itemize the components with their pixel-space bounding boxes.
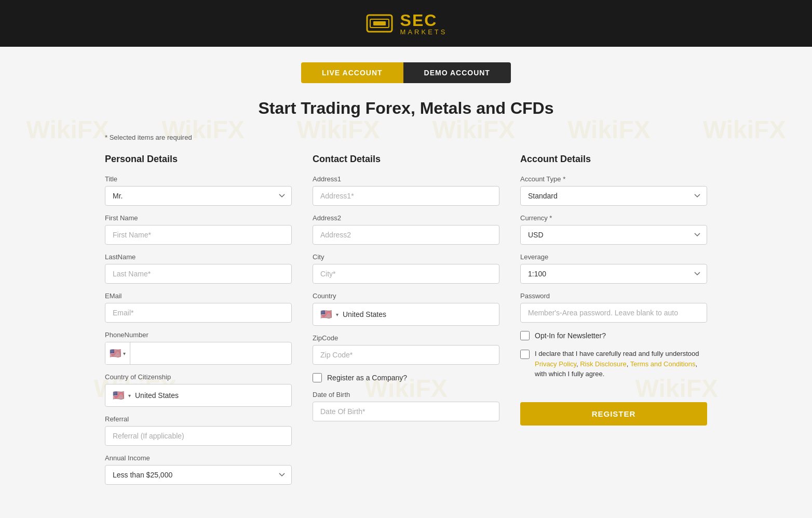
address1-label: Address1 [313, 175, 499, 183]
terms-link[interactable]: Terms and Conditions [630, 360, 696, 368]
annual-income-group: Annual Income Less than $25,000 $25,000 … [105, 454, 292, 485]
annual-income-label: Annual Income [105, 454, 292, 462]
logo-icon [365, 11, 394, 36]
address2-input[interactable] [313, 225, 499, 245]
title-group: Title Mr. Mrs. Ms. Dr. [105, 175, 292, 206]
newsletter-checkbox[interactable] [520, 331, 530, 340]
citizenship-label: Country of Citizenship [105, 373, 292, 381]
dob-group: Date of Birth [313, 391, 499, 421]
phone-group: PhoneNumber 🇺🇸 ▾ [105, 331, 292, 365]
register-company-checkbox[interactable] [313, 373, 322, 382]
email-group: EMail [105, 292, 292, 323]
declare-row: I declare that I have carefully read and… [520, 349, 707, 390]
account-type-label: Account Type * [520, 175, 707, 183]
live-account-tab[interactable]: LIVE ACCOUNT [301, 62, 403, 83]
phone-input-wrap: 🇺🇸 ▾ [105, 342, 292, 365]
title-label: Title [105, 175, 292, 183]
referral-input[interactable] [105, 426, 292, 446]
leverage-label: Leverage [520, 253, 707, 261]
phone-number-input[interactable] [130, 344, 291, 363]
email-input[interactable] [105, 303, 292, 323]
password-group: Password [520, 292, 707, 323]
account-details-section: Account Details Account Type * Standard … [520, 154, 707, 426]
country-label: Country [313, 292, 499, 300]
first-name-label: First Name [105, 214, 292, 222]
dob-label: Date of Birth [313, 391, 499, 399]
account-type-select[interactable]: Standard ECN VIP [520, 186, 707, 206]
city-input[interactable] [313, 264, 499, 284]
contact-details-section: Contact Details Address1 Address2 City C… [313, 154, 499, 430]
password-label: Password [520, 292, 707, 300]
last-name-input[interactable] [105, 264, 292, 284]
country-dropdown-arrow: ▾ [336, 312, 339, 317]
contact-details-title: Contact Details [313, 154, 499, 165]
phone-flag-arrow: ▾ [123, 351, 126, 356]
phone-flag-emoji: 🇺🇸 [110, 348, 121, 359]
register-company-row: Register as a Company? [313, 373, 499, 382]
logo-sec-text: SEC [400, 12, 448, 29]
personal-details-section: Personal Details Title Mr. Mrs. Ms. Dr. … [105, 154, 292, 493]
title-select[interactable]: Mr. Mrs. Ms. Dr. [105, 186, 292, 206]
declare-checkbox[interactable] [520, 350, 530, 359]
account-details-title: Account Details [520, 154, 707, 165]
citizenship-group: Country of Citizenship 🇺🇸 ▾ United State… [105, 373, 292, 407]
leverage-group: Leverage 1:50 1:100 1:200 1:500 [520, 253, 707, 284]
address1-group: Address1 [313, 175, 499, 206]
currency-group: Currency * USD EUR GBP [520, 214, 707, 245]
address1-input[interactable] [313, 186, 499, 206]
demo-account-tab[interactable]: DEMO ACCOUNT [403, 62, 511, 83]
annual-income-select[interactable]: Less than $25,000 $25,000 - $50,000 $50,… [105, 465, 292, 485]
logo: SEC MARKETS [365, 11, 448, 36]
personal-details-title: Personal Details [105, 154, 292, 165]
citizenship-dropdown-arrow: ▾ [128, 393, 131, 399]
tab-switcher: LIVE ACCOUNT DEMO ACCOUNT [105, 62, 707, 83]
citizenship-flag: 🇺🇸 [113, 390, 124, 401]
city-group: City [313, 253, 499, 284]
newsletter-label: Opt-In for Newsletter? [535, 331, 606, 340]
first-name-group: First Name [105, 214, 292, 245]
country-value: United States [343, 310, 492, 318]
newsletter-row: Opt-In for Newsletter? [520, 331, 707, 340]
main-content: LIVE ACCOUNT DEMO ACCOUNT Start Trading … [94, 47, 718, 518]
zipcode-label: ZipCode [313, 334, 499, 342]
first-name-input[interactable] [105, 225, 292, 245]
risk-disclosure-link[interactable]: Risk Disclosure [580, 360, 627, 368]
logo-text: SEC MARKETS [400, 12, 448, 35]
required-note: * Selected items are required [105, 134, 707, 141]
logo-markets-text: MARKETS [400, 29, 448, 35]
password-input[interactable] [520, 303, 707, 323]
declare-text: I declare that I have carefully read and… [535, 349, 707, 379]
privacy-policy-link[interactable]: Privacy Policy [535, 360, 576, 368]
header: SEC MARKETS [0, 0, 812, 47]
svg-rect-2 [373, 21, 386, 25]
citizenship-input-wrap[interactable]: 🇺🇸 ▾ United States [105, 384, 292, 407]
zipcode-input[interactable] [313, 345, 499, 365]
country-input-wrap[interactable]: 🇺🇸 ▾ United States [313, 303, 499, 326]
register-company-label: Register as a Company? [327, 374, 407, 382]
phone-flag-select[interactable]: 🇺🇸 ▾ [105, 342, 130, 364]
account-type-group: Account Type * Standard ECN VIP [520, 175, 707, 206]
declare-pre: I declare that I have carefully read and… [535, 350, 699, 357]
leverage-select[interactable]: 1:50 1:100 1:200 1:500 [520, 264, 707, 284]
last-name-group: LastName [105, 253, 292, 284]
referral-group: Referral [105, 415, 292, 446]
zipcode-group: ZipCode [313, 334, 499, 365]
referral-label: Referral [105, 415, 292, 423]
address2-label: Address2 [313, 214, 499, 222]
country-group: Country 🇺🇸 ▾ United States [313, 292, 499, 326]
page-title: Start Trading Forex, Metals and CFDs [105, 99, 707, 118]
last-name-label: LastName [105, 253, 292, 261]
currency-select[interactable]: USD EUR GBP [520, 225, 707, 245]
register-button[interactable]: REGISTER [520, 402, 707, 426]
email-label: EMail [105, 292, 292, 300]
form-layout: Personal Details Title Mr. Mrs. Ms. Dr. … [105, 154, 707, 493]
country-flag: 🇺🇸 [320, 309, 332, 320]
dob-input[interactable] [313, 402, 499, 421]
address2-group: Address2 [313, 214, 499, 245]
city-label: City [313, 253, 499, 261]
citizenship-value: United States [135, 391, 284, 400]
phone-label: PhoneNumber [105, 331, 292, 339]
currency-label: Currency * [520, 214, 707, 222]
